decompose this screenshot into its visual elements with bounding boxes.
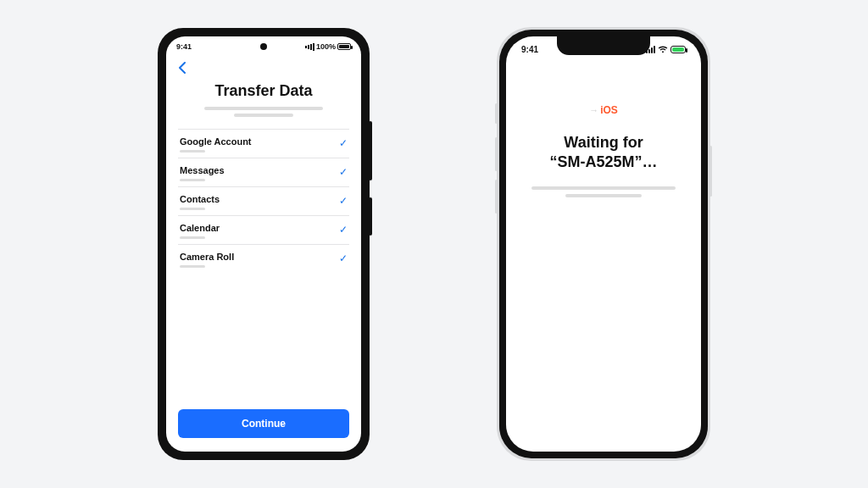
android-content: Transfer Data Google Account ✓ Messages (166, 57, 361, 452)
item-label: Messages (180, 165, 225, 175)
transfer-item-calendar[interactable]: Calendar ✓ (178, 215, 349, 244)
iphone-volume-up (495, 137, 498, 171)
check-icon: ✓ (339, 165, 348, 177)
iphone-mute-switch (495, 103, 498, 124)
item-subtext-placeholder (180, 150, 205, 152)
subtitle-placeholder (204, 107, 323, 117)
android-punch-hole-camera (260, 43, 267, 50)
check-icon: ✓ (339, 252, 348, 263)
item-subtext-placeholder (180, 208, 205, 210)
wifi-icon (658, 46, 668, 53)
status-time: 9:41 (176, 42, 192, 51)
waiting-title: Waiting for “SM-A525M”… (549, 133, 657, 171)
item-label: Camera Roll (180, 252, 234, 262)
check-icon: ✓ (339, 194, 348, 206)
transfer-item-messages[interactable]: Messages ✓ (178, 158, 349, 186)
transfer-items-list: Google Account ✓ Messages ✓ Contacts (178, 129, 349, 273)
android-volume-button (369, 121, 372, 180)
signal-icon (305, 43, 314, 51)
subtitle-placeholder (531, 186, 676, 197)
item-subtext-placeholder (180, 265, 205, 268)
transfer-item-google-account[interactable]: Google Account ✓ (178, 129, 349, 158)
iphone-content: → iOS Waiting for “SM-A525M”… (506, 62, 701, 452)
item-label: Calendar (180, 223, 220, 233)
item-label: Contacts (180, 194, 220, 204)
battery-icon (670, 46, 686, 53)
iphone-frame: 9:41 → iOS Waiting for “SM-A525M”… (497, 27, 710, 461)
item-label: Google Account (180, 136, 252, 147)
waiting-line-1: Waiting for (564, 134, 643, 151)
back-button[interactable] (178, 57, 349, 79)
iphone-volume-down (495, 180, 498, 214)
iphone-side-button (709, 146, 712, 197)
page-title: Transfer Data (178, 82, 349, 100)
check-icon: ✓ (339, 223, 348, 235)
continue-button[interactable]: Continue (178, 409, 349, 438)
iphone-screen: 9:41 → iOS Waiting for “SM-A525M”… (506, 36, 701, 452)
battery-text: 100% (316, 42, 336, 51)
android-screen: 9:41 100% Transfer Data Google Account (166, 36, 361, 452)
status-time: 9:41 (521, 45, 538, 54)
battery-icon (337, 43, 351, 50)
waiting-line-2: “SM-A525M”… (549, 153, 657, 170)
check-icon: ✓ (339, 136, 348, 148)
item-subtext-placeholder (180, 179, 205, 181)
transfer-item-camera-roll[interactable]: Camera Roll ✓ (178, 244, 349, 273)
android-power-button (369, 197, 372, 236)
iphone-notch (557, 36, 650, 55)
chevron-left-icon (178, 62, 186, 74)
arrow-right-icon: → (589, 105, 598, 115)
ios-label: iOS (600, 104, 618, 116)
item-subtext-placeholder (180, 236, 205, 239)
move-to-ios-badge: → iOS (589, 104, 618, 116)
android-phone-frame: 9:41 100% Transfer Data Google Account (158, 28, 370, 460)
transfer-item-contacts[interactable]: Contacts ✓ (178, 186, 349, 215)
